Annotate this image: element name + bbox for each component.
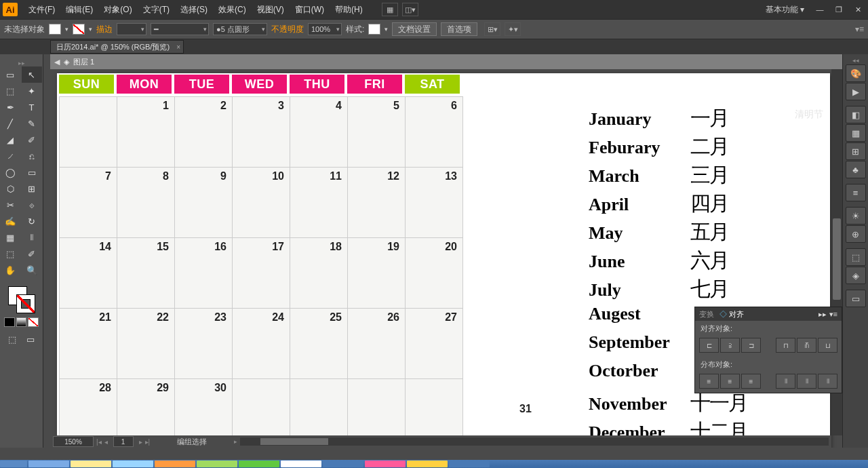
align-vcenter-button[interactable]: ⫚ — [797, 338, 816, 353]
calendar-cell[interactable]: 15 — [117, 238, 175, 309]
stroke-profile-dropdown[interactable]: ━ — [151, 23, 209, 35]
tool-button[interactable]: ⟋ — [0, 148, 20, 164]
tool-button[interactable]: ▦ — [0, 229, 20, 246]
orphan-date[interactable]: 31 — [519, 403, 532, 415]
calendar-cell[interactable]: 22 — [117, 309, 175, 379]
tab-close-icon[interactable]: × — [176, 43, 180, 51]
nav-first-icon[interactable]: |◂ — [96, 438, 102, 446]
month-row[interactable]: July七月 — [589, 275, 747, 304]
color-mode-gradient-icon[interactable] — [16, 317, 27, 327]
panel-dock-icon[interactable]: ⊞ — [846, 142, 866, 160]
calendar-day-header[interactable]: SUN — [59, 75, 114, 94]
calendar-cell[interactable]: 27 — [406, 309, 463, 379]
menu-item[interactable]: 对象(O) — [98, 4, 137, 16]
stroke-weight-dropdown[interactable] — [117, 23, 146, 35]
document-setup-button[interactable]: 文档设置 — [392, 22, 437, 36]
screen-mode-icon[interactable]: ▭ — [22, 331, 39, 347]
tool-button[interactable]: ✐ — [22, 132, 42, 148]
tool-button[interactable]: ✋ — [0, 262, 20, 278]
transform-tab[interactable]: 变换 — [699, 309, 714, 319]
calendar-day-header[interactable]: THU — [290, 75, 344, 94]
tool-button[interactable]: ▭ — [22, 164, 42, 180]
calendar-cell[interactable]: 17 — [233, 238, 290, 309]
breadcrumb-layer[interactable]: 图层 1 — [73, 57, 94, 67]
menu-item[interactable]: 编辑(E) — [60, 4, 98, 16]
calendar-day-header[interactable]: FRI — [347, 75, 402, 94]
calendar-cell[interactable]: 25 — [290, 309, 348, 379]
style-swatch[interactable] — [368, 24, 380, 35]
calendar-cell[interactable]: 5 — [348, 97, 406, 168]
draw-mode-icon[interactable]: ⬚ — [4, 331, 21, 347]
transform-icon[interactable]: ✦▾ — [505, 22, 521, 36]
horizontal-scrollbar[interactable] — [240, 437, 829, 446]
calendar-cell[interactable]: 9 — [175, 168, 233, 238]
panel-dock-icon[interactable]: ≡ — [846, 184, 866, 201]
fill-stroke-control[interactable] — [0, 284, 43, 316]
dist-vcenter-button[interactable]: ≡ — [720, 374, 740, 389]
panel-dock-icon[interactable]: ⊕ — [846, 225, 866, 243]
stroke-swatch[interactable] — [73, 24, 85, 35]
panel-dock-icon[interactable]: 🎨 — [846, 64, 866, 82]
panel-menu-icon[interactable]: ▾≡ — [829, 310, 837, 319]
panel-collapse-icon[interactable]: ▸▸ — [818, 310, 827, 319]
calendar-cell[interactable]: 7 — [60, 168, 117, 238]
stroke-label[interactable]: 描边 — [96, 24, 113, 35]
align-tab[interactable]: ◇ 对齐 — [719, 309, 744, 319]
month-row[interactable]: Feburary二月 — [589, 133, 747, 161]
tool-button[interactable]: ✒ — [0, 99, 20, 115]
arrange-icon[interactable]: ◫▾ — [402, 3, 418, 16]
calendar-cell[interactable]: 6 — [406, 97, 463, 168]
vscroll-thumb[interactable] — [833, 218, 841, 300]
tool-button[interactable]: ⬚ — [0, 246, 20, 262]
panel-dock-icon[interactable]: ▭ — [846, 290, 866, 307]
panel-dock-icon[interactable]: ◈ — [846, 267, 866, 284]
month-list[interactable]: January一月Feburary二月March三月April四月May五月Ju… — [589, 104, 747, 446]
menu-item[interactable]: 效果(C) — [213, 4, 252, 16]
tool-button[interactable]: ⟐ — [22, 197, 42, 213]
panel-dock-icon[interactable]: ⬚ — [846, 248, 866, 266]
tool-button[interactable]: ✦ — [22, 83, 42, 99]
calendar-cell[interactable]: 24 — [233, 309, 290, 379]
tool-button[interactable]: ▭ — [0, 66, 20, 83]
calendar-cell[interactable]: 23 — [175, 309, 233, 379]
fill-swatch[interactable] — [49, 24, 61, 35]
tool-button[interactable]: ↻ — [22, 213, 42, 229]
hscroll-thumb[interactable] — [260, 438, 328, 445]
color-mode-solid-icon[interactable] — [4, 317, 15, 327]
month-row[interactable]: June六月 — [589, 247, 747, 275]
align-right-button[interactable]: ⊐ — [741, 338, 761, 353]
align-hcenter-button[interactable]: ⫖ — [720, 338, 740, 353]
tool-button[interactable]: ╱ — [0, 115, 20, 132]
menu-item[interactable]: 选择(S) — [175, 4, 213, 16]
color-mode-none-icon[interactable] — [28, 317, 39, 327]
panel-dock-icon[interactable]: ♣ — [846, 161, 866, 178]
dist-top-button[interactable]: ≡ — [699, 374, 719, 389]
align-top-button[interactable]: ⊓ — [776, 338, 795, 353]
calendar-cell[interactable]: 19 — [348, 238, 406, 309]
calendar-cell[interactable]: 1 — [117, 97, 175, 168]
panel-dock-icon[interactable]: ◧ — [846, 106, 866, 123]
dist-hcenter-button[interactable]: ⦀ — [797, 374, 816, 389]
menu-item[interactable]: 文件(F) — [23, 4, 60, 16]
align-bottom-button[interactable]: ⊔ — [818, 338, 837, 353]
stroke-color-icon[interactable] — [16, 294, 35, 313]
calendar-object[interactable]: SUNMONTUEWEDTHUFRISAT 123456789101112131… — [59, 75, 463, 448]
minimize-icon[interactable]: — — [812, 4, 827, 15]
month-row[interactable]: May五月 — [589, 218, 747, 247]
month-row[interactable]: April四月 — [589, 190, 747, 218]
opacity-label[interactable]: 不透明度 — [271, 24, 304, 35]
nav-prev-icon[interactable]: ◂ — [102, 438, 111, 446]
opacity-dropdown[interactable]: 100% — [308, 23, 342, 35]
panel-dock-icon[interactable]: ▦ — [846, 124, 866, 142]
tool-button[interactable]: ✂ — [0, 197, 20, 213]
calendar-cell[interactable] — [60, 97, 117, 168]
menu-item[interactable]: 文字(T) — [138, 4, 175, 16]
nav-next-icon[interactable]: ▸ — [136, 438, 145, 446]
status-menu-icon[interactable]: ▸ — [234, 438, 237, 445]
toolbox-collapse-icon[interactable]: ▸▸ — [0, 60, 43, 66]
tool-button[interactable]: ✍ — [0, 213, 20, 229]
calendar-cell[interactable]: 13 — [406, 168, 463, 238]
panel-dock-icon[interactable]: ▶ — [846, 83, 866, 100]
dock-collapse-icon[interactable]: ◂◂ — [843, 57, 868, 62]
tool-button[interactable]: ⎌ — [22, 148, 42, 164]
